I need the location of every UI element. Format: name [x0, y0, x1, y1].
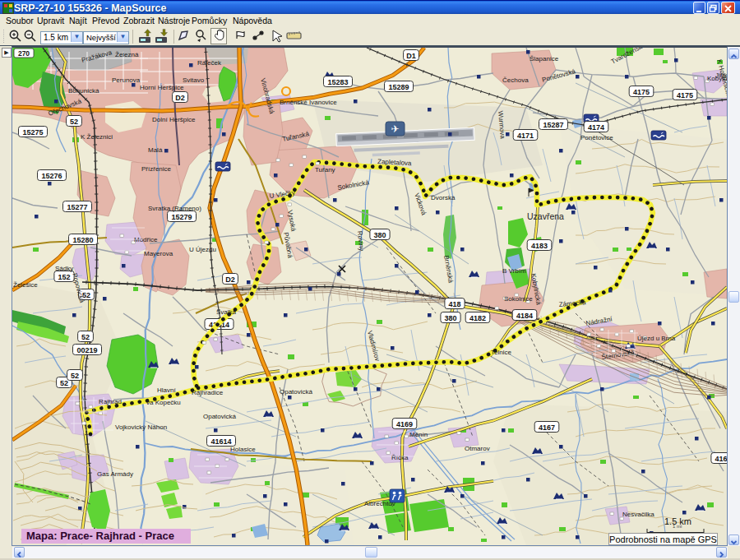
- svg-text:Holasice: Holasice: [230, 446, 256, 453]
- svg-text:D2: D2: [225, 275, 235, 284]
- svg-text:4183: 4183: [531, 242, 548, 250]
- svg-text:Horní Heršpice: Horní Heršpice: [140, 84, 184, 91]
- svg-text:52: 52: [70, 118, 78, 126]
- svg-text:Svitavo: Svitavo: [183, 76, 205, 84]
- svg-text:15279: 15279: [171, 213, 192, 221]
- svg-text:380: 380: [444, 314, 456, 322]
- svg-text:Říčka: Říčka: [391, 454, 409, 461]
- svg-text:Telnice: Telnice: [491, 349, 511, 356]
- svg-text:Opatovická: Opatovická: [280, 388, 313, 396]
- svg-text:00219: 00219: [76, 346, 97, 354]
- svg-text:Svalka: Svalka: [216, 308, 237, 316]
- svg-text:Újezd u Brna: Újezd u Brna: [637, 335, 676, 342]
- svg-text:15283: 15283: [327, 78, 348, 86]
- svg-text:15275: 15275: [22, 128, 43, 137]
- svg-text:Sádky: Sádky: [55, 265, 73, 272]
- svg-text:Gas Armády: Gas Armády: [97, 470, 133, 478]
- svg-text:B Vrbím: B Vrbím: [502, 267, 526, 275]
- svg-text:15289: 15289: [388, 83, 409, 91]
- svg-text:Ráječek: Ráječek: [197, 59, 222, 67]
- svg-text:4175: 4175: [633, 88, 650, 96]
- svg-text:Modřice: Modřice: [134, 236, 158, 243]
- svg-text:Rajhradice: Rajhradice: [192, 389, 224, 396]
- svg-text:Hlavní: Hlavní: [157, 386, 176, 394]
- svg-text:4174: 4174: [588, 123, 604, 132]
- svg-text:Uzavřena: Uzavřena: [527, 211, 564, 221]
- svg-text:Želešice: Želešice: [13, 281, 38, 289]
- svg-text:Šlapanice: Šlapanice: [530, 55, 559, 62]
- svg-text:270: 270: [18, 49, 30, 58]
- svg-text:1 mi: 1 mi: [673, 524, 682, 529]
- svg-text:va Kopečku: va Kopečku: [146, 399, 181, 406]
- svg-text:416: 416: [715, 455, 727, 463]
- svg-text:✈: ✈: [391, 123, 399, 135]
- svg-text:15280: 15280: [72, 236, 93, 244]
- svg-text:Vojkovický Náhon: Vojkovický Náhon: [115, 423, 167, 431]
- svg-text:D1: D1: [406, 52, 416, 60]
- svg-text:Měnín: Měnín: [409, 431, 428, 438]
- svg-text:52: 52: [60, 379, 68, 387]
- svg-text:Sokolnice: Sokolnice: [504, 295, 533, 303]
- svg-text:4167: 4167: [539, 423, 555, 432]
- svg-text:15277: 15277: [67, 203, 87, 211]
- svg-text:D2: D2: [175, 94, 185, 102]
- svg-text:152: 152: [58, 273, 70, 281]
- svg-text:Perunova: Perunova: [112, 76, 141, 84]
- svg-text:380: 380: [373, 231, 386, 239]
- svg-text:15276: 15276: [41, 172, 62, 180]
- svg-text:15287: 15287: [543, 121, 563, 129]
- svg-text:4182: 4182: [469, 314, 486, 322]
- svg-text:4184: 4184: [516, 312, 533, 320]
- svg-text:K Železnici: K Železnici: [81, 133, 113, 141]
- svg-text:Mayerova: Mayerova: [144, 250, 173, 257]
- svg-text:Otmarov: Otmarov: [465, 445, 490, 452]
- svg-text:U Újezdu: U Újezdu: [189, 246, 216, 253]
- svg-text:4169: 4169: [396, 420, 413, 428]
- svg-text:52: 52: [81, 333, 90, 341]
- svg-text:52: 52: [71, 372, 79, 380]
- svg-text:Dolní Heršpice: Dolní Heršpice: [152, 116, 196, 123]
- svg-text:4175: 4175: [677, 91, 693, 100]
- svg-text:Dvorská: Dvorská: [431, 194, 456, 201]
- svg-text:Tuřany: Tuřany: [315, 166, 335, 174]
- svg-text:418: 418: [448, 300, 460, 308]
- svg-text:Ponětovice: Ponětovice: [580, 134, 613, 141]
- svg-text:Albrechtov: Albrechtov: [364, 500, 395, 507]
- svg-text:Železná: Železná: [115, 51, 139, 58]
- svg-text:Bohunická: Bohunická: [68, 87, 99, 95]
- svg-text:Rajhrad: Rajhrad: [99, 398, 122, 405]
- svg-text:Malá: Malá: [148, 146, 163, 154]
- svg-text:41614: 41614: [210, 437, 231, 446]
- svg-text:Čechova: Čechova: [502, 76, 529, 84]
- svg-text:Přízřenice: Přízřenice: [141, 165, 172, 173]
- svg-text:4171: 4171: [517, 132, 534, 140]
- svg-text:Opatovická: Opatovická: [203, 413, 237, 420]
- svg-text:Brněnské Ivanovice: Brněnské Ivanovice: [280, 99, 337, 106]
- svg-text:Svratka (Rameno): Svratka (Rameno): [148, 205, 201, 212]
